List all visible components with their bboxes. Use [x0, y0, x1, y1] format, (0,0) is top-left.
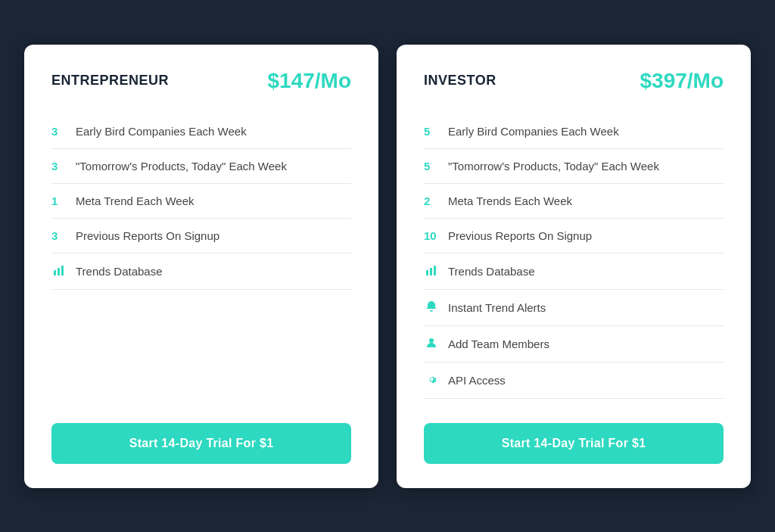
plan-price: $397/Mo [640, 69, 724, 93]
user-icon [424, 337, 439, 351]
feature-text: Trends Database [76, 265, 163, 278]
svg-rect-4 [430, 268, 432, 275]
feature-text: API Access [448, 374, 506, 387]
feature-item: Add Team Members [424, 326, 724, 362]
plan-price: $147/Mo [268, 69, 352, 93]
feature-text: Meta Trend Each Week [76, 194, 194, 207]
card-header: INVESTOR$397/Mo [424, 69, 724, 93]
feature-item: API Access [424, 362, 724, 399]
feature-item: 3Early Bird Companies Each Week [51, 114, 351, 149]
feature-item: Trends Database [424, 254, 724, 290]
svg-rect-5 [434, 266, 436, 275]
bell-icon [424, 300, 439, 315]
feature-text: Meta Trends Each Week [448, 194, 572, 207]
feature-number: 3 [51, 160, 67, 173]
feature-number: 10 [424, 229, 439, 242]
feature-item: 10Previous Reports On Signup [424, 219, 724, 254]
feature-item: 2Meta Trends Each Week [424, 184, 724, 219]
feature-item: 3Previous Reports On Signup [51, 219, 351, 254]
bar-chart-icon [424, 264, 439, 278]
feature-number: 3 [51, 229, 67, 242]
feature-text: Trends Database [448, 265, 535, 278]
svg-rect-0 [54, 270, 56, 275]
feature-text: Add Team Members [448, 338, 549, 350]
svg-rect-2 [61, 266, 64, 275]
feature-item: Instant Trend Alerts [424, 290, 724, 326]
feature-text: "Tomorrow's Products, Today" Each Week [76, 160, 287, 173]
feature-item: Trends Database [51, 254, 351, 290]
svg-rect-1 [58, 268, 60, 275]
feature-text: Previous Reports On Signup [448, 229, 592, 242]
gear-icon [424, 373, 439, 387]
plan-name: INVESTOR [424, 73, 496, 89]
feature-number: 5 [424, 160, 439, 173]
svg-point-6 [429, 338, 434, 343]
features-list: 5Early Bird Companies Each Week5"Tomorro… [424, 114, 724, 399]
pricing-container: ENTREPRENEUR$147/Mo3Early Bird Companies… [24, 45, 751, 488]
cta-button[interactable]: Start 14-Day Trial For $1 [424, 423, 724, 464]
feature-number: 1 [51, 194, 67, 207]
plan-name: ENTREPRENEUR [51, 73, 169, 89]
feature-text: "Tomorrow's Products, Today" Each Week [448, 160, 659, 173]
feature-text: Early Bird Companies Each Week [76, 125, 247, 138]
pricing-card-entrepreneur: ENTREPRENEUR$147/Mo3Early Bird Companies… [24, 45, 378, 488]
feature-text: Previous Reports On Signup [76, 229, 219, 242]
features-list: 3Early Bird Companies Each Week3"Tomorro… [51, 114, 351, 399]
feature-item: 5Early Bird Companies Each Week [424, 114, 724, 149]
feature-text: Early Bird Companies Each Week [448, 125, 619, 138]
feature-item: 3"Tomorrow's Products, Today" Each Week [51, 149, 351, 184]
feature-text: Instant Trend Alerts [448, 301, 546, 314]
feature-item: 1Meta Trend Each Week [51, 184, 351, 219]
bar-chart-icon [51, 264, 67, 278]
card-header: ENTREPRENEUR$147/Mo [51, 69, 351, 93]
pricing-card-investor: INVESTOR$397/Mo5Early Bird Companies Eac… [397, 45, 751, 488]
feature-item: 5"Tomorrow's Products, Today" Each Week [424, 149, 724, 184]
feature-number: 2 [424, 194, 439, 207]
cta-button[interactable]: Start 14-Day Trial For $1 [51, 423, 351, 464]
svg-rect-3 [426, 270, 428, 275]
feature-number: 3 [51, 125, 67, 138]
feature-number: 5 [424, 125, 439, 138]
